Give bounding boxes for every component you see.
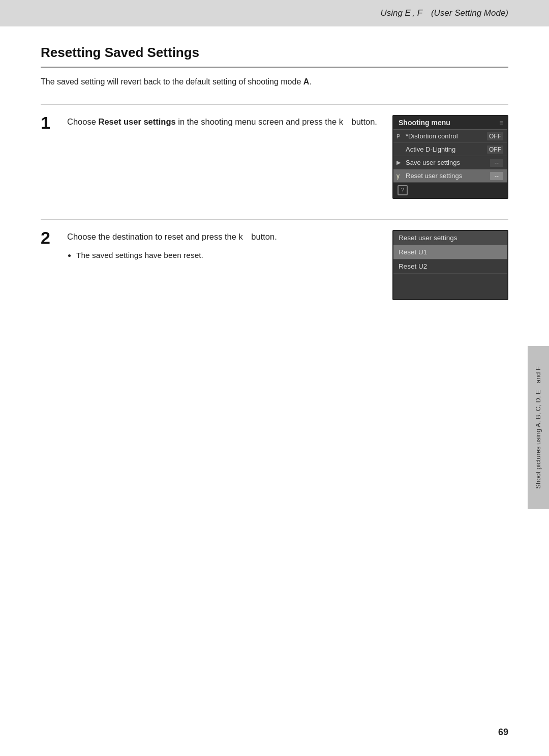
step-2: 2 Choose the destination to reset and pr… [41,219,508,300]
lcd-menu-icon: ≡ [499,119,503,127]
lcd2-row-1-label: Reset U1 [399,248,427,256]
page-number: 69 [498,727,508,738]
step-1: 1 Choose Reset user settings in the shoo… [41,104,508,199]
lcd-row-1: P *Distortion control OFF [393,130,507,143]
lcd-row-4-icon: γ [396,172,406,180]
step-2-bullets: The saved settings have been reset. [67,249,380,261]
lcd-row-3: ▶ Save user settings -- [393,156,507,169]
reset-menu-screen: Reset user settings Reset U1 Reset U2 [392,230,508,300]
step-2-image: Reset user settings Reset U1 Reset U2 [392,230,508,300]
lcd-row-3-icon: ▶ [396,159,406,166]
step-2-main: Choose the destination to reset and pres… [67,232,277,241]
step-1-text: Choose Reset user settings in the shooti… [67,115,392,128]
subtitle: The saved setting will revert back to th… [41,76,508,88]
lcd-row-3-label: Save user settings [406,159,490,166]
side-tab-text: Shoot pictures using A, B, C, D, E and F [534,366,543,489]
header-text: Using E , F (User Setting Mode) [380,8,508,18]
step-1-bold: Reset user settings [98,117,175,126]
subtitle-bold: A [303,77,310,86]
lcd-footer: ? [393,183,507,198]
side-tab: Shoot pictures using A, B, C, D, E and F [528,346,549,509]
lcd2-spacer [393,274,507,299]
lcd-row-4: γ Reset user settings -- [393,169,507,183]
lcd2-row-2-label: Reset U2 [399,263,427,270]
lcd-row-4-label: Reset user settings [406,172,490,180]
lcd-row-3-value: -- [490,159,503,167]
step-1-number: 1 [41,113,67,133]
page-title: Resetting Saved Settings [41,45,508,68]
step-1-prefix: Choose [67,117,98,126]
lcd-row-2: Active D-Lighting OFF [393,143,507,156]
lcd2-header: Reset user settings [393,231,507,245]
lcd-row-1-icon: P [396,133,406,139]
main-content: Resetting Saved Settings The saved setti… [0,26,549,341]
step-2-bullet-1: The saved settings have been reset. [76,249,380,261]
page: Using E , F (User Setting Mode) Resettin… [0,0,549,756]
lcd2-row-2: Reset U2 [393,259,507,274]
lcd-row-4-value: -- [490,172,503,180]
subtitle-text: The saved setting will revert back to th… [41,77,303,86]
lcd2-row-1: Reset U1 [393,245,507,259]
lcd-row-1-label: *Distortion control [406,132,487,140]
step-2-text: Choose the destination to reset and pres… [67,230,392,264]
lcd-row-2-value: OFF [487,146,503,154]
step-1-suffix: in the shooting menu screen and press th… [176,117,377,126]
step-1-image: Shooting menu ≡ P *Distortion control OF… [392,115,508,199]
lcd-header: Shooting menu ≡ [393,116,507,130]
top-bar: Using E , F (User Setting Mode) [0,0,549,26]
lcd-title: Shooting menu [399,119,450,127]
lcd-row-2-label: Active D-Lighting [406,146,487,153]
step-2-number: 2 [41,228,67,248]
lcd-footer-icon: ? [398,185,408,195]
shooting-menu-screen: Shooting menu ≡ P *Distortion control OF… [392,115,508,199]
lcd-row-1-value: OFF [487,132,503,140]
